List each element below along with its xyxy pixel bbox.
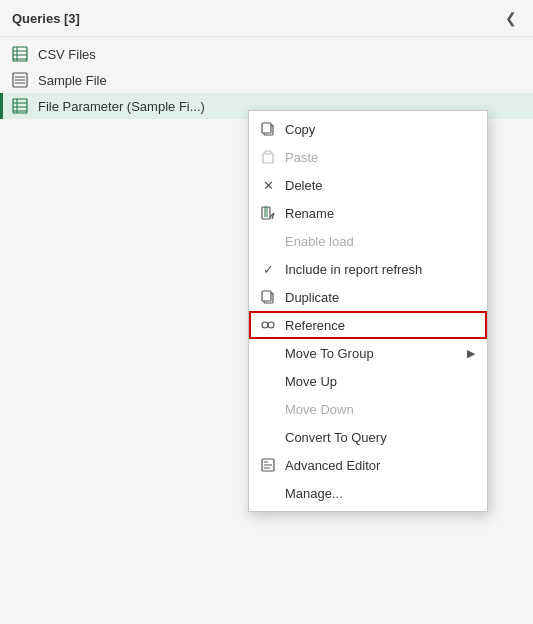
query-item-csv-files[interactable]: CSV Files — [0, 41, 533, 67]
move-down-icon — [259, 400, 277, 418]
svg-rect-19 — [264, 207, 268, 217]
menu-item-move-to-group[interactable]: Move To Group ▶ — [249, 339, 487, 367]
manage-label: Manage... — [285, 486, 475, 501]
checkmark-icon: ✓ — [259, 260, 277, 278]
rename-icon — [259, 204, 277, 222]
move-down-label: Move Down — [285, 402, 475, 417]
panel-title: Queries [3] — [12, 11, 80, 26]
svg-rect-23 — [262, 291, 271, 301]
delete-icon: ✕ — [259, 176, 277, 194]
paste-label: Paste — [285, 150, 475, 165]
context-menu: Copy Paste ✕ Delete — [248, 110, 488, 512]
move-up-label: Move Up — [285, 374, 475, 389]
menu-item-enable-load[interactable]: Enable load — [249, 227, 487, 255]
menu-item-copy[interactable]: Copy — [249, 115, 487, 143]
menu-item-advanced-editor[interactable]: Advanced Editor — [249, 451, 487, 479]
menu-item-duplicate[interactable]: Duplicate — [249, 283, 487, 311]
svg-rect-15 — [262, 123, 271, 133]
delete-label: Delete — [285, 178, 475, 193]
svg-point-24 — [262, 322, 268, 328]
menu-item-include-report-refresh[interactable]: ✓ Include in report refresh — [249, 255, 487, 283]
paste-icon — [259, 148, 277, 166]
move-to-group-label: Move To Group — [285, 346, 459, 361]
reference-label: Reference — [285, 318, 475, 333]
menu-item-manage[interactable]: Manage... — [249, 479, 487, 507]
advanced-editor-label: Advanced Editor — [285, 458, 475, 473]
table-icon — [12, 46, 30, 62]
move-up-icon — [259, 372, 277, 390]
svg-point-25 — [268, 322, 274, 328]
menu-item-delete[interactable]: ✕ Delete — [249, 171, 487, 199]
query-item-sample-file[interactable]: Sample File — [0, 67, 533, 93]
advanced-editor-icon — [259, 456, 277, 474]
rename-label: Rename — [285, 206, 475, 221]
menu-item-convert-to-query[interactable]: Convert To Query — [249, 423, 487, 451]
query-label: File Parameter (Sample Fi...) — [38, 99, 205, 114]
collapse-button[interactable]: ❮ — [501, 8, 521, 28]
move-to-group-icon — [259, 344, 277, 362]
include-report-refresh-label: Include in report refresh — [285, 262, 475, 277]
menu-item-rename[interactable]: Rename — [249, 199, 487, 227]
menu-item-move-down[interactable]: Move Down — [249, 395, 487, 423]
duplicate-label: Duplicate — [285, 290, 475, 305]
copy-icon — [259, 120, 277, 138]
table-icon-active — [12, 98, 30, 114]
enable-load-icon — [259, 232, 277, 250]
svg-rect-17 — [265, 151, 271, 154]
copy-label: Copy — [285, 122, 475, 137]
menu-item-reference[interactable]: Reference — [249, 311, 487, 339]
convert-icon — [259, 428, 277, 446]
submenu-arrow: ▶ — [467, 347, 475, 360]
manage-icon — [259, 484, 277, 502]
reference-icon — [259, 316, 277, 334]
query-label: CSV Files — [38, 47, 96, 62]
menu-item-move-up[interactable]: Move Up — [249, 367, 487, 395]
convert-label: Convert To Query — [285, 430, 475, 445]
queries-panel: Queries [3] ❮ CSV Files — [0, 0, 533, 624]
enable-load-label: Enable load — [285, 234, 475, 249]
panel-header: Queries [3] ❮ — [0, 0, 533, 37]
query-label: Sample File — [38, 73, 107, 88]
duplicate-icon — [259, 288, 277, 306]
list-icon — [12, 72, 30, 88]
menu-item-paste[interactable]: Paste — [249, 143, 487, 171]
